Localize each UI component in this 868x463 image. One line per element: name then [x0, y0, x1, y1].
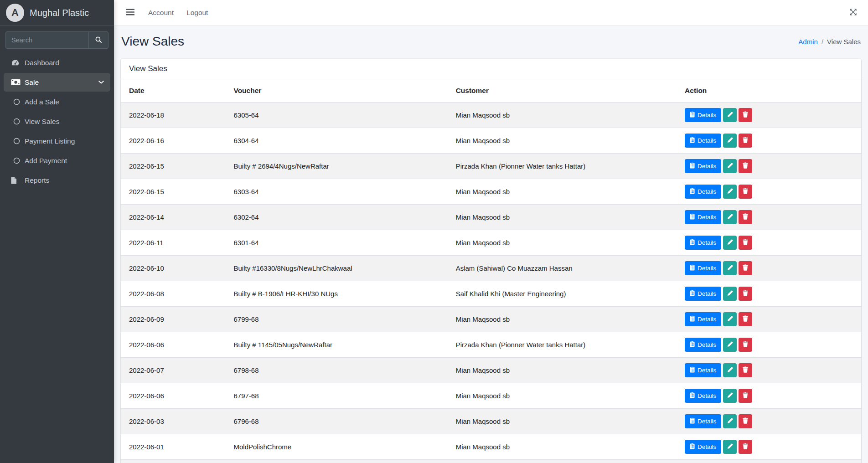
- header-date: Date: [121, 79, 228, 103]
- edit-button[interactable]: [723, 185, 737, 199]
- clipboard-icon: [690, 213, 695, 221]
- edit-button[interactable]: [723, 210, 737, 224]
- breadcrumb-admin-link[interactable]: Admin: [798, 38, 818, 46]
- brand[interactable]: A Mughal Plastic: [0, 0, 114, 26]
- details-button[interactable]: Details: [685, 312, 721, 326]
- edit-button[interactable]: [723, 312, 737, 326]
- sale-date: 2022-06-09: [121, 307, 228, 332]
- delete-button[interactable]: [739, 440, 752, 454]
- sidebar-toggle-button[interactable]: [122, 6, 138, 20]
- header-voucher: Voucher: [228, 79, 450, 103]
- details-button[interactable]: Details: [685, 338, 721, 352]
- trash-icon: [743, 366, 748, 374]
- details-button[interactable]: Details: [685, 389, 721, 403]
- delete-button[interactable]: [739, 312, 752, 326]
- delete-button[interactable]: [739, 414, 752, 428]
- delete-button[interactable]: [739, 338, 752, 352]
- edit-button[interactable]: [723, 108, 737, 122]
- details-button[interactable]: Details: [685, 414, 721, 428]
- trash-icon: [743, 392, 748, 400]
- logout-link[interactable]: Logout: [186, 9, 208, 16]
- edit-button[interactable]: [723, 414, 737, 428]
- sale-customer: Mian Maqsood sb: [450, 409, 674, 434]
- details-button[interactable]: Details: [685, 363, 721, 377]
- delete-button[interactable]: [739, 261, 752, 275]
- sidebar-item-sale[interactable]: Sale: [4, 73, 110, 92]
- sale-date: 2022-06-10: [121, 256, 228, 281]
- edit-button[interactable]: [723, 338, 737, 352]
- sidebar: A Mughal Plastic DashboardSaleAdd a Sale…: [0, 0, 114, 463]
- header-action: Action: [674, 79, 861, 103]
- delete-button[interactable]: [739, 134, 752, 148]
- trash-icon: [743, 188, 748, 195]
- action-cell: Details: [674, 256, 861, 281]
- clipboard-icon: [690, 290, 695, 298]
- edit-button[interactable]: [723, 440, 737, 454]
- details-button[interactable]: Details: [685, 159, 721, 173]
- sale-voucher: Builty #16330/8Nugs/NewLhrChakwaal: [228, 256, 450, 281]
- clipboard-icon: [690, 188, 695, 195]
- edit-button[interactable]: [723, 287, 737, 301]
- sales-table-body: 2022-06-186305-64Mian Maqsood sbDetails2…: [121, 103, 861, 463]
- details-button[interactable]: Details: [685, 287, 721, 301]
- sale-voucher: 6796-68: [228, 409, 450, 434]
- details-button[interactable]: Details: [685, 210, 721, 224]
- action-cell: Details: [674, 154, 861, 179]
- details-button[interactable]: Details: [685, 134, 721, 148]
- edit-button[interactable]: [723, 159, 737, 173]
- pencil-icon: [727, 265, 733, 272]
- table-row: 2022-06-036796-68Mian Maqsood sbDetails: [121, 409, 861, 434]
- delete-button[interactable]: [739, 108, 752, 122]
- edit-button[interactable]: [723, 363, 737, 377]
- sidebar-item-dashboard[interactable]: Dashboard: [4, 53, 110, 72]
- details-button[interactable]: Details: [685, 108, 721, 122]
- delete-button[interactable]: [739, 210, 752, 224]
- table-row: 2022-06-146302-64Mian Maqsood sbDetails: [121, 205, 861, 230]
- sidebar-item-view-sales[interactable]: View Sales: [4, 112, 110, 131]
- delete-button[interactable]: [739, 389, 752, 403]
- clipboard-icon: [690, 264, 695, 272]
- sidebar-item-reports[interactable]: Reports: [4, 171, 110, 190]
- sale-customer: Aslam (Sahiwal) Co Muazzam Hassan: [450, 256, 674, 281]
- edit-button[interactable]: [723, 261, 737, 275]
- action-cell: Details: [674, 434, 861, 460]
- details-button[interactable]: Details: [685, 185, 721, 199]
- fullscreen-button[interactable]: [847, 5, 860, 20]
- hamburger-icon: [126, 9, 134, 17]
- delete-button[interactable]: [739, 287, 752, 301]
- sale-date: 2022-06-15: [121, 154, 228, 179]
- sale-customer: Mian Maqsood sb: [450, 358, 674, 383]
- pencil-icon: [727, 188, 733, 195]
- details-button[interactable]: Details: [685, 261, 721, 275]
- sidebar-menu: DashboardSaleAdd a SaleView SalesPayment…: [0, 51, 114, 192]
- trash-icon: [743, 239, 748, 247]
- details-button[interactable]: Details: [685, 236, 721, 250]
- sale-voucher: 6799-68: [228, 307, 450, 332]
- brand-name: Mughal Plastic: [30, 8, 89, 18]
- trash-icon: [743, 111, 748, 119]
- pencil-icon: [727, 443, 733, 451]
- sidebar-item-payment-listing[interactable]: Payment Listing: [4, 132, 110, 150]
- delete-button[interactable]: [739, 363, 752, 377]
- edit-button[interactable]: [723, 134, 737, 148]
- account-link[interactable]: Account: [148, 9, 174, 16]
- details-button[interactable]: Details: [685, 440, 721, 454]
- search-button[interactable]: [88, 31, 108, 49]
- delete-button[interactable]: [739, 159, 752, 173]
- sale-voucher: 6305-64: [228, 103, 450, 128]
- action-cell: Details: [674, 383, 861, 409]
- sidebar-item-add-a-sale[interactable]: Add a Sale: [4, 93, 110, 111]
- content: View Sales Admin / View Sales View Sales…: [114, 26, 868, 463]
- edit-button[interactable]: [723, 389, 737, 403]
- sidebar-item-add-payment[interactable]: Add Payment: [4, 151, 110, 170]
- clipboard-icon: [690, 137, 695, 144]
- delete-button[interactable]: [739, 185, 752, 199]
- delete-button[interactable]: [739, 236, 752, 250]
- search-input[interactable]: [5, 31, 88, 49]
- sale-date: 2022-06-14: [121, 205, 228, 230]
- sidebar-search: [5, 31, 108, 49]
- circle-icon: [13, 98, 25, 105]
- sale-customer: Mian Maqsood sb: [450, 434, 674, 460]
- sale-date: 2022-06-06: [121, 332, 228, 358]
- edit-button[interactable]: [723, 236, 737, 250]
